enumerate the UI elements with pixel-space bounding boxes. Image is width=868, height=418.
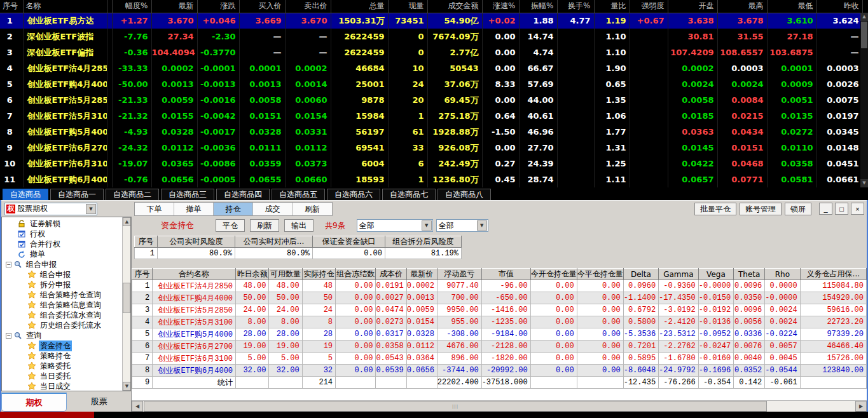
toolbar-button-批量平仓[interactable]: 批量平仓 bbox=[694, 203, 736, 215]
watchlist-tab-7[interactable]: 自选商品七 bbox=[382, 189, 436, 200]
quote-column-header[interactable]: 涨速% bbox=[482, 0, 519, 13]
positions-column-header[interactable]: 浮动盈亏 bbox=[437, 269, 481, 280]
scrollbar-thumb[interactable] bbox=[861, 22, 867, 48]
quote-column-header[interactable]: 涨跌 bbox=[197, 0, 239, 13]
positions-column-header[interactable]: 义务仓占用保... bbox=[800, 269, 866, 280]
risk-column-header[interactable]: 公司实时风险度 bbox=[158, 236, 235, 248]
positions-row[interactable]: 3创业板ETF沽5月285024.0024.00240.000.04740.00… bbox=[132, 304, 867, 316]
order-button-成交[interactable]: 成交 bbox=[253, 203, 293, 215]
quote-column-header[interactable]: 总量 bbox=[331, 0, 388, 13]
positions-column-header[interactable]: Vega bbox=[698, 269, 733, 280]
toolbar-button-锁屏[interactable]: 锁屏 bbox=[785, 203, 811, 215]
toolbar-button-账号管理[interactable]: 账号管理 bbox=[740, 203, 782, 215]
filter-select-1[interactable]: 全部 ▼ bbox=[357, 219, 433, 232]
positions-column-header[interactable]: 最新价 bbox=[406, 269, 437, 280]
quote-column-header[interactable]: 最低 bbox=[767, 0, 816, 13]
sidebar-item[interactable]: 策略持仓 bbox=[2, 351, 122, 361]
order-button-刷新[interactable]: 刷新 bbox=[293, 203, 332, 215]
sidebar-item[interactable]: 历史组合委托流水 bbox=[2, 320, 122, 330]
positions-row[interactable]: 5创业板ETF购5月400028.0028.00280.000.03170.03… bbox=[132, 328, 867, 340]
positions-column-header[interactable]: Delta bbox=[623, 269, 658, 280]
positions-column-header[interactable]: 今平仓持仓量 bbox=[577, 269, 623, 280]
sidebar-item[interactable]: 拆分申报 bbox=[2, 280, 122, 290]
sidebar-item[interactable]: 策略委托 bbox=[2, 361, 122, 371]
positions-row[interactable]: 9统计21422202.400-37518.000-12.435-76.266-… bbox=[132, 377, 867, 389]
positions-row[interactable]: 4创业板ETF沽5月31008.008.0080.000.02730.01549… bbox=[132, 316, 867, 328]
quote-row[interactable]: 8创业板ETF购5月4000-4.930.0328-0.00170.03280.… bbox=[0, 124, 862, 140]
positions-column-header[interactable]: 实际持仓 bbox=[302, 269, 335, 280]
positions-column-header[interactable]: 成本价 bbox=[376, 269, 406, 280]
quote-column-header[interactable]: 最高 bbox=[717, 0, 767, 13]
positions-column-header[interactable]: 市值 bbox=[481, 269, 530, 280]
risk-row[interactable]: 180.9%80.9%0.0081.19% bbox=[135, 248, 462, 259]
watchlist-tab-6[interactable]: 自选商品六 bbox=[327, 189, 380, 200]
maximize-button[interactable]: □ bbox=[835, 203, 848, 215]
horizontal-scrollbar[interactable]: ◀ ||| ▶ bbox=[132, 400, 867, 412]
sidebar-item[interactable]: 组合委托流水查询 bbox=[2, 310, 122, 320]
scrollbar-thumb[interactable]: ||| bbox=[144, 401, 767, 412]
positions-row[interactable]: 1创业板ETF沽4月285048.0048.00480.000.01910.00… bbox=[132, 280, 867, 292]
quote-row[interactable]: 7创业板ETF沽5月3100-21.320.0155-0.00420.01510… bbox=[0, 108, 862, 124]
funds-button-刷新[interactable]: 刷新 bbox=[250, 219, 279, 232]
filter-select-2[interactable]: 全部 ▼ bbox=[436, 219, 488, 232]
quote-row[interactable]: 9创业板ETF沽6月2700-24.320.0112-0.00360.01110… bbox=[0, 140, 862, 156]
watchlist-tab-0[interactable]: 自选商品 bbox=[3, 189, 48, 200]
quote-column-header[interactable]: 强弱度 bbox=[630, 0, 668, 13]
positions-row[interactable]: 8创业板ETF购6月400032.0032.00320.000.05390.06… bbox=[132, 365, 867, 377]
quote-row[interactable]: 3深创业板ETF偏指-0.36104.4094-0.3770——26224590… bbox=[0, 44, 862, 60]
quote-column-header[interactable]: 昨收 bbox=[816, 0, 862, 13]
quote-row[interactable]: 4创业板ETF沽4月2850-33.330.0002-0.00010.00010… bbox=[0, 60, 862, 76]
quote-row[interactable]: 6创业板ETF沽5月2850-21.330.0059-0.00160.00580… bbox=[0, 92, 862, 108]
watchlist-tab-1[interactable]: 自选商品一 bbox=[50, 189, 104, 200]
sidebar-item[interactable]: 证券解锁 bbox=[2, 219, 122, 229]
watchlist-tab-8[interactable]: 自选商品八 bbox=[437, 189, 491, 200]
tree-vertical-scrollbar[interactable]: ▲ ▼ bbox=[122, 217, 130, 391]
account-type-select[interactable]: 权 股票期权 ▼ bbox=[4, 203, 97, 215]
quote-row[interactable]: 1创业板ETF易方达+1.273.670+0.0463.6693.6701503… bbox=[0, 13, 862, 29]
quote-row[interactable]: 11创业板ETF购6月4000-0.760.0656-0.00050.06550… bbox=[0, 172, 862, 187]
sidebar-item[interactable]: 撤单 bbox=[2, 249, 122, 259]
positions-row[interactable]: 2创业板ETF购4月400050.0050.00500.000.00270.00… bbox=[132, 292, 867, 304]
sidebar-item[interactable]: 组合策略信息查询 bbox=[2, 300, 122, 310]
watchlist-tab-4[interactable]: 自选商品四 bbox=[216, 189, 270, 200]
quote-row[interactable]: 5创业板ETF购4月4000-50.000.0013-0.00130.00130… bbox=[0, 76, 862, 92]
scroll-right-icon[interactable]: ▶ bbox=[855, 401, 867, 412]
positions-row[interactable]: 6创业板ETF沽6月270019.0019.00190.000.03580.01… bbox=[132, 340, 867, 353]
scroll-up-icon[interactable]: ▲ bbox=[123, 217, 131, 226]
close-button[interactable]: × bbox=[851, 203, 864, 215]
quote-column-header[interactable]: 成交金额 bbox=[427, 0, 482, 13]
tab-options[interactable]: 期权 bbox=[1, 393, 67, 412]
scroll-down-icon[interactable]: ▼ bbox=[860, 179, 868, 187]
quote-column-header[interactable]: 现量 bbox=[388, 0, 427, 13]
scroll-down-icon[interactable]: ▼ bbox=[123, 382, 131, 391]
scrollbar-thumb[interactable] bbox=[123, 283, 130, 313]
sidebar-item[interactable]: 当日成交 bbox=[2, 381, 122, 391]
quote-column-header[interactable]: 买入价 bbox=[239, 0, 285, 13]
quote-row[interactable]: 10创业板ETF沽6月3100-19.070.0365-0.00860.0359… bbox=[0, 156, 862, 172]
positions-column-header[interactable]: 序号 bbox=[132, 269, 153, 280]
positions-row[interactable]: 7创业板ETF沽6月31005.005.0050.000.05430.03648… bbox=[132, 353, 867, 365]
sidebar-item[interactable]: 组合策略持仓查询 bbox=[2, 290, 122, 300]
sidebar-item[interactable]: 当日委托 bbox=[2, 371, 122, 381]
order-button-撤单[interactable]: 撤单 bbox=[174, 203, 214, 215]
quote-column-header[interactable]: 序号 bbox=[0, 0, 23, 13]
tab-stocks[interactable]: 股票 bbox=[67, 393, 131, 412]
positions-column-header[interactable]: 组合冻结数 bbox=[336, 269, 376, 280]
order-button-持仓[interactable]: 持仓 bbox=[214, 203, 253, 215]
positions-column-header[interactable]: 可用数量 bbox=[269, 269, 302, 280]
minimize-button[interactable]: _ bbox=[819, 203, 832, 215]
risk-column-header[interactable]: 组合拆分后风险度 bbox=[385, 236, 462, 248]
sidebar-item[interactable]: 合并行权 bbox=[2, 239, 122, 249]
positions-column-header[interactable]: Gamma bbox=[659, 269, 699, 280]
sidebar-item[interactable]: 资金持仓 bbox=[2, 340, 122, 351]
quote-column-header[interactable]: 振幅% bbox=[519, 0, 557, 13]
watchlist-tab-5[interactable]: 自选商品五 bbox=[272, 189, 325, 200]
funds-button-平仓[interactable]: 平仓 bbox=[216, 219, 245, 232]
positions-column-header[interactable]: Rho bbox=[765, 269, 800, 280]
risk-column-header[interactable]: 保证金资金缺口 bbox=[313, 236, 385, 248]
quote-vertical-scrollbar[interactable]: ▲ ▼ bbox=[860, 13, 868, 187]
watchlist-tab-2[interactable]: 自选商品二 bbox=[106, 189, 159, 200]
risk-column-header[interactable]: 序号 bbox=[135, 236, 158, 248]
quote-column-header[interactable]: 幅度% bbox=[112, 0, 151, 13]
chevron-down-icon[interactable]: ▼ bbox=[422, 220, 432, 231]
